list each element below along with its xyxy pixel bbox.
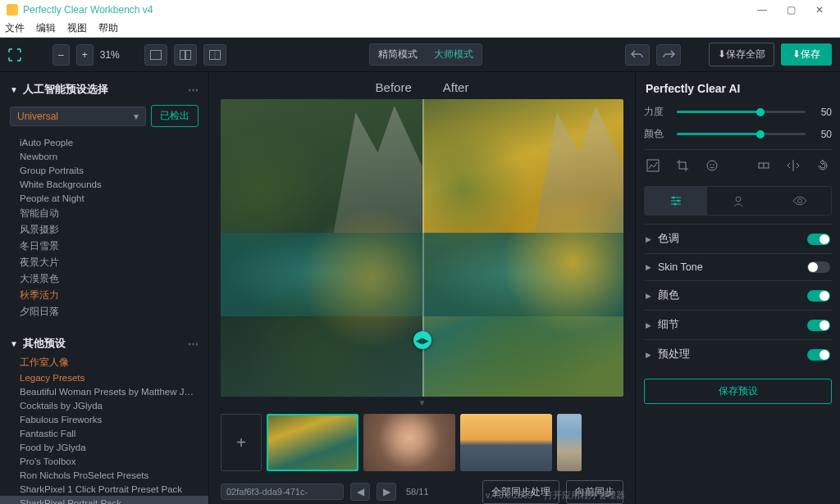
accordion-section[interactable]: ▶ 颜色 — [644, 280, 832, 310]
save-preset-button[interactable]: 保存预设 — [644, 379, 832, 404]
preset-item[interactable]: 工作室人像 — [20, 354, 199, 370]
menu-edit[interactable]: 编辑 — [36, 21, 56, 35]
mode-master-tab[interactable]: 大师模式 — [426, 44, 482, 65]
preset-item[interactable]: Fantastic Fall — [20, 426, 199, 440]
thumbnail-3[interactable] — [460, 414, 552, 471]
slider-track[interactable] — [677, 111, 806, 113]
compare-icon[interactable] — [756, 158, 771, 173]
section-toggle[interactable] — [807, 234, 830, 245]
slider-track[interactable] — [677, 133, 806, 135]
preset-item[interactable]: 夕阳日落 — [20, 303, 199, 320]
preset-item[interactable]: 大漠景色 — [20, 270, 199, 287]
compare-slider-handle[interactable]: ◀▶ — [413, 331, 431, 349]
preset-item[interactable]: Legacy Presets — [20, 370, 199, 384]
save-all-button[interactable]: ⬇保存全部 — [709, 43, 774, 66]
open-manager-link[interactable]: 打开应用程序管理器 — [544, 490, 625, 502]
zoom-in-button[interactable]: + — [76, 44, 94, 66]
prev-image-button[interactable]: ◀ — [350, 483, 370, 501]
section-toggle[interactable] — [807, 349, 830, 361]
preset-item[interactable]: SharkPixel Portrait Pack — [0, 496, 208, 504]
adjustments-tab[interactable] — [645, 187, 707, 215]
preset-item[interactable]: Cocktails by JGlyda — [20, 398, 199, 412]
preset-item[interactable]: Fabulous Fireworks — [20, 412, 199, 426]
filmstrip: + — [221, 411, 623, 474]
section-toggle[interactable] — [807, 290, 830, 302]
tool-icon-row — [644, 149, 832, 181]
ai-presets-header[interactable]: ▼ 人工智能预设选择 ⋯ — [0, 77, 208, 100]
slider-thumb[interactable] — [756, 130, 765, 138]
view-overlay-button[interactable] — [203, 44, 226, 66]
preset-item[interactable]: Food by JGlyda — [20, 440, 199, 454]
image-compare-area[interactable]: ◀▶ — [221, 99, 623, 397]
preset-selected-label: Universal — [17, 111, 58, 122]
caret-down-icon: ▼ — [10, 85, 18, 94]
flip-icon[interactable] — [786, 158, 801, 173]
center-panel: Before After ◀▶ ▼ + 02faf6f3-dda9-4 — [209, 72, 635, 504]
menu-file[interactable]: 文件 — [5, 21, 25, 35]
face-icon[interactable] — [705, 158, 719, 173]
preset-item[interactable]: Beautiful Woman Presets by Matthew Jorda… — [20, 384, 199, 398]
add-image-button[interactable]: + — [221, 414, 262, 471]
crop-icon[interactable] — [675, 158, 690, 173]
adjustment-mode-tabs — [644, 186, 832, 216]
footer: v.4.6.0.2599 打开应用程序管理器 — [486, 490, 625, 502]
caret-down-icon: ▼ — [10, 339, 18, 348]
accordion-section[interactable]: ▶ 细节 — [644, 310, 832, 339]
thumbnail-1[interactable] — [267, 414, 358, 471]
accordion-section[interactable]: ▶ Skin Tone — [644, 253, 832, 280]
image-before — [221, 99, 422, 397]
section-toggle[interactable] — [807, 320, 830, 331]
reset-icon[interactable] — [815, 158, 830, 173]
preset-item[interactable]: 冬日雪景 — [20, 238, 199, 254]
preset-item[interactable]: Pro's Toolbox — [20, 454, 199, 468]
window-close-button[interactable]: ✕ — [806, 4, 833, 16]
preset-item[interactable]: Newborn — [20, 149, 199, 163]
window-maximize-button[interactable]: ▢ — [777, 4, 806, 16]
undo-button[interactable] — [625, 44, 650, 66]
view-split-button[interactable] — [174, 44, 197, 66]
preset-item[interactable]: 秋季活力 — [20, 287, 199, 303]
other-presets-header[interactable]: ▼ 其他预设 ⋯ — [0, 331, 208, 354]
slider-row: 颜色 50 — [644, 127, 832, 141]
eye-tab[interactable] — [769, 187, 831, 215]
more-icon[interactable]: ⋯ — [188, 84, 199, 96]
filename-display: 02faf6f3-dda9-471c- — [221, 484, 344, 500]
next-image-button[interactable]: ▶ — [377, 483, 396, 501]
preset-item[interactable]: iAuto People — [20, 135, 199, 149]
zoom-out-button[interactable]: – — [52, 44, 70, 66]
preset-item[interactable]: People at Night — [20, 191, 199, 205]
top-toolbar: – + 31% 精简模式 大师模式 ⬇保存全部 ⬇保存 — [0, 38, 840, 72]
thumbnail-4[interactable] — [557, 414, 582, 471]
zoom-level: 31% — [100, 49, 120, 61]
mode-simple-tab[interactable]: 精简模式 — [370, 44, 426, 65]
preset-item[interactable]: Ron Nichols ProSelect Presets — [20, 468, 199, 482]
detect-button[interactable]: 已检出 — [151, 105, 199, 127]
portrait-tab[interactable] — [707, 187, 769, 215]
svg-point-13 — [673, 203, 676, 206]
preset-item[interactable]: 智能自动 — [20, 205, 199, 221]
menu-help[interactable]: 帮助 — [98, 21, 118, 35]
preset-item[interactable]: Group Portraits — [20, 163, 199, 177]
preset-item[interactable]: 夜景大片 — [20, 254, 199, 270]
accordion-section[interactable]: ▶ 预处理 — [644, 339, 832, 369]
histogram-icon[interactable] — [646, 158, 660, 173]
crop-target-icon[interactable] — [8, 48, 21, 61]
preset-item[interactable]: SharkPixel 1 Click Portrait Preset Pack — [20, 482, 199, 496]
preset-item[interactable]: 风景摄影 — [20, 221, 199, 238]
window-minimize-button[interactable]: — — [747, 4, 777, 16]
slider-thumb[interactable] — [756, 108, 765, 116]
section-toggle[interactable] — [807, 261, 830, 273]
redo-button[interactable] — [656, 44, 681, 66]
view-single-button[interactable] — [144, 44, 167, 66]
accordion-section[interactable]: ▶ 色调 — [644, 224, 832, 253]
menu-view[interactable]: 视图 — [67, 21, 87, 35]
app-icon — [7, 4, 18, 16]
thumbnail-2[interactable] — [363, 414, 455, 471]
svg-point-14 — [736, 197, 741, 202]
window-titlebar: Perfectly Clear Workbench v4 — ▢ ✕ — [0, 0, 840, 20]
save-button[interactable]: ⬇保存 — [781, 43, 832, 66]
preset-item[interactable]: White Backgrounds — [20, 177, 199, 191]
preset-dropdown[interactable]: Universal ▾ — [10, 107, 146, 126]
more-icon[interactable]: ⋯ — [188, 338, 199, 350]
compare-divider[interactable] — [422, 99, 424, 397]
